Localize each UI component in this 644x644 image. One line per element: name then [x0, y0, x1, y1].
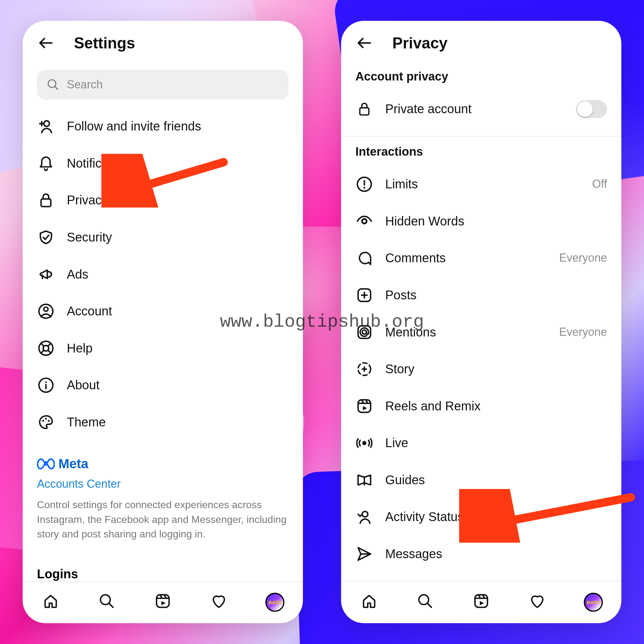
privacy-item-plus-square[interactable]: Posts [347, 277, 615, 314]
interactions-header: Interactions [341, 136, 621, 163]
lock-icon [355, 100, 373, 118]
page-title: Settings [74, 34, 135, 52]
svg-line-15 [109, 603, 113, 608]
lifebuoy-icon [37, 339, 55, 357]
settings-item-megaphone[interactable]: Ads [29, 256, 297, 293]
activity-icon [355, 508, 373, 526]
back-button[interactable] [37, 33, 57, 53]
privacy-item-label: Posts [385, 288, 417, 303]
arrow-left-icon [37, 34, 55, 52]
watermark: www.blogtipshub.org [220, 312, 424, 332]
privacy-item-value: Everyone [559, 252, 607, 265]
arrow-left-icon [355, 34, 373, 52]
bottom-nav: BATU [23, 581, 303, 623]
privacy-item-story[interactable]: Story [347, 351, 615, 388]
nav-reels[interactable] [135, 582, 191, 623]
privacy-item-value: Off [592, 178, 607, 191]
svg-line-31 [427, 603, 431, 607]
nav-heart[interactable] [191, 582, 247, 623]
guides-icon [355, 471, 373, 489]
settings-item-label: Ads [67, 267, 88, 282]
accounts-center-link[interactable]: Accounts Center [37, 478, 289, 491]
nav-reels[interactable] [453, 581, 509, 623]
nav-avatar[interactable]: BATU [247, 582, 303, 623]
settings-item-label: Security [67, 230, 112, 245]
settings-item-lifebuoy[interactable]: Help [29, 330, 297, 367]
megaphone-icon [37, 265, 55, 283]
privacy-item-warn-circle[interactable]: Limits Off [347, 166, 615, 203]
private-account-label: Private account [385, 102, 471, 116]
privacy-item-activity[interactable]: Activity Status [347, 498, 615, 536]
header: Settings [23, 21, 303, 61]
svg-rect-32 [475, 595, 487, 608]
home-icon [42, 593, 59, 612]
search-placeholder: Search [67, 78, 103, 91]
bell-icon [37, 154, 55, 172]
reels-icon [154, 593, 171, 612]
reels-icon [355, 397, 373, 415]
info-icon [37, 376, 55, 394]
meta-block: Meta Accounts Center Control settings fo… [23, 441, 303, 548]
person-circle-icon [37, 302, 55, 320]
settings-item-info[interactable]: About [29, 367, 297, 404]
send-icon [355, 545, 373, 563]
back-button[interactable] [355, 33, 375, 53]
svg-rect-17 [360, 108, 369, 115]
svg-point-22 [363, 220, 366, 223]
meta-logo: Meta [37, 456, 289, 472]
privacy-item-value: Everyone [559, 325, 607, 339]
lock-icon [37, 192, 55, 209]
page-title: Privacy [392, 34, 447, 52]
privacy-item-eye[interactable]: Hidden Words [347, 203, 615, 240]
privacy-item-label: Reels and Remix [385, 399, 480, 414]
nav-heart[interactable] [509, 581, 565, 623]
privacy-item-label: Live [385, 436, 408, 450]
svg-point-5 [44, 307, 48, 311]
accounts-center-desc: Control settings for connected experienc… [37, 498, 289, 542]
avatar-icon: BATU [265, 593, 285, 612]
nav-home[interactable] [341, 581, 397, 623]
settings-item-person-plus[interactable]: Follow and invite friends [29, 108, 297, 145]
eye-icon [355, 212, 373, 230]
settings-item-label: Notifications [67, 156, 135, 171]
account-privacy-header: Account privacy [341, 61, 621, 88]
privacy-item-comment[interactable]: Comments Everyone [347, 240, 615, 277]
settings-list: Follow and invite friends Notifications … [23, 106, 303, 441]
svg-point-12 [45, 418, 47, 420]
svg-point-10 [45, 381, 47, 383]
privacy-item-live[interactable]: Live [347, 425, 615, 462]
privacy-item-send[interactable]: Messages [347, 536, 615, 573]
privacy-item-label: Messages [385, 547, 442, 561]
shield-icon [37, 228, 55, 246]
settings-item-bell[interactable]: Notifications [29, 145, 297, 182]
bottom-nav: BATU [341, 581, 621, 623]
home-icon [361, 593, 377, 612]
settings-item-label: Privacy [67, 193, 108, 208]
header: Privacy [341, 21, 621, 61]
privacy-item-guides[interactable]: Guides [347, 462, 615, 499]
settings-item-lock[interactable]: Privacy [29, 182, 297, 219]
private-account-toggle[interactable] [576, 100, 607, 118]
heart-icon [210, 593, 227, 612]
privacy-item-reels[interactable]: Reels and Remix [347, 388, 615, 425]
nav-home[interactable] [23, 582, 79, 623]
private-account-row: Private account [341, 88, 621, 130]
nav-search[interactable] [397, 581, 453, 623]
search-input[interactable]: Search [37, 70, 289, 100]
story-icon [355, 360, 373, 378]
svg-point-28 [362, 441, 366, 445]
heart-icon [529, 593, 546, 612]
nav-search[interactable] [79, 582, 135, 623]
settings-item-palette[interactable]: Theme [29, 404, 297, 441]
nav-avatar[interactable]: BATU [565, 581, 621, 623]
search-icon [47, 78, 60, 91]
plus-square-icon [355, 286, 373, 304]
settings-item-shield[interactable]: Security [29, 219, 297, 256]
privacy-item-label: Limits [385, 177, 418, 192]
privacy-item-label: Story [385, 362, 414, 376]
svg-rect-27 [358, 400, 371, 412]
settings-item-label: About [67, 378, 99, 392]
privacy-list: Limits Off Hidden Words Comments Everyon… [341, 164, 621, 573]
svg-point-13 [48, 420, 50, 422]
svg-point-11 [42, 420, 44, 422]
